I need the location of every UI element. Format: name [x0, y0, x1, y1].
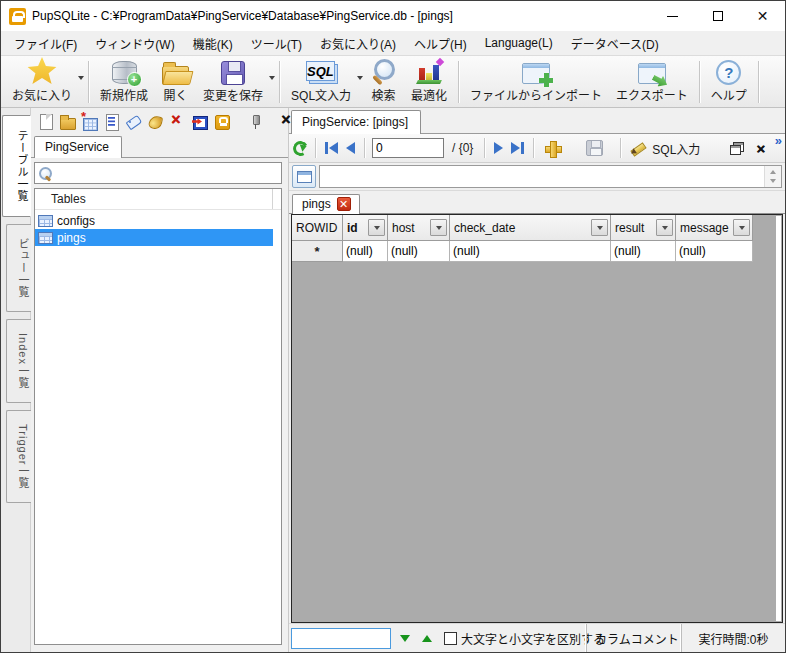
- column-header-ROWID[interactable]: ROWID: [292, 215, 343, 241]
- right-panel: PingService: [pings] / {0} SQL入力: [289, 108, 785, 652]
- next-record-button[interactable]: [492, 140, 505, 156]
- close-view-icon[interactable]: ×: [756, 142, 765, 155]
- toolbar-search-button[interactable]: 検索: [363, 58, 404, 106]
- toolbar-db-button[interactable]: 新規作成: [93, 58, 155, 106]
- column-name: result: [615, 221, 656, 235]
- side-tab-0[interactable]: テーブル一覧: [2, 115, 31, 217]
- close-icon: ✕: [757, 11, 769, 21]
- dropdown-caret-icon: [269, 76, 275, 80]
- menu-item-0[interactable]: ファイル(F): [5, 31, 86, 55]
- toolbar-help-button[interactable]: ヘルプ: [704, 58, 754, 106]
- column-filter-dropdown[interactable]: [733, 219, 750, 236]
- grid-cell[interactable]: (null): [343, 241, 388, 262]
- table-search-row: [31, 158, 288, 187]
- column-filter-dropdown[interactable]: [591, 219, 608, 236]
- tab-database-pingservice[interactable]: PingService: [34, 136, 122, 158]
- filter-combobox-value[interactable]: [320, 166, 764, 187]
- column-header-message[interactable]: message: [676, 215, 753, 241]
- first-record-button[interactable]: [323, 140, 340, 156]
- vertical-scrollbar[interactable]: [776, 216, 781, 621]
- toolbar-label: ファイルからインポート: [470, 86, 602, 103]
- grid-cell[interactable]: (null): [450, 241, 611, 262]
- tag-icon[interactable]: [125, 113, 142, 130]
- properties-list-icon[interactable]: [103, 113, 120, 130]
- toolbar-save-button[interactable]: 変更を保存: [196, 58, 275, 106]
- column-filter-dropdown[interactable]: [430, 219, 447, 236]
- grid-new-row: *(null)(null)(null)(null)(null): [292, 241, 782, 262]
- save-record-icon[interactable]: [586, 140, 603, 156]
- main-area: テーブル一覧ビュー一覧Index一覧Trigger一覧 PingService …: [1, 108, 785, 652]
- separator: [364, 138, 365, 158]
- search-up-icon[interactable]: [422, 635, 432, 642]
- filter-combobox[interactable]: [319, 165, 782, 188]
- sql-icon: [303, 58, 339, 85]
- column-name: message: [680, 221, 733, 235]
- toolbar-opt-button[interactable]: 最適化: [404, 58, 454, 106]
- toolbar-sql-button[interactable]: SQL文入力: [284, 58, 363, 106]
- open-folder-icon[interactable]: [59, 113, 76, 130]
- record-number-input[interactable]: [372, 138, 444, 158]
- toolbar-label: 最適化: [411, 86, 447, 103]
- table-search-box[interactable]: [34, 162, 282, 184]
- delete-icon[interactable]: [169, 113, 186, 130]
- column-filter-dropdown[interactable]: [368, 219, 385, 236]
- toolbar-overflow-icon[interactable]: »: [775, 135, 782, 147]
- close-button[interactable]: ✕: [740, 1, 785, 31]
- spinner-down-button[interactable]: [765, 177, 781, 188]
- pin-icon[interactable]: [247, 113, 264, 130]
- sql-input-button[interactable]: SQL入力: [652, 140, 700, 157]
- grid-search-input[interactable]: [291, 628, 391, 649]
- sql-pencil-icon: [628, 140, 646, 156]
- side-tab-3[interactable]: Trigger一覧: [6, 410, 31, 503]
- menu-item-1[interactable]: ウィンドウ(W): [86, 31, 183, 55]
- side-tab-2[interactable]: Index一覧: [6, 319, 31, 403]
- left-mini-toolbar: [31, 108, 288, 134]
- menu-item-7[interactable]: データベース(D): [562, 31, 668, 55]
- tree-item-configs[interactable]: configs: [35, 212, 273, 229]
- window-list-button[interactable]: [292, 165, 316, 188]
- toolbar-label: SQL文入力: [291, 86, 351, 103]
- toolbar-star-button[interactable]: お気に入り: [5, 58, 84, 106]
- side-tab-1[interactable]: ビュー一覧: [6, 224, 31, 312]
- minimize-button[interactable]: [650, 1, 695, 31]
- column-header-result[interactable]: result: [611, 215, 676, 241]
- grid-cell[interactable]: (null): [611, 241, 676, 262]
- table-search-input[interactable]: [52, 164, 281, 182]
- menu-item-2[interactable]: 機能(K): [184, 31, 242, 55]
- menu-item-5[interactable]: ヘルプ(H): [405, 31, 476, 55]
- case-sensitive-checkbox[interactable]: [444, 632, 457, 645]
- column-header-check_date[interactable]: check_date: [450, 215, 611, 241]
- column-filter-dropdown[interactable]: [656, 219, 673, 236]
- new-document-icon[interactable]: [37, 113, 54, 130]
- toolbar-export-button[interactable]: エクスポート: [609, 58, 695, 106]
- lock-icon[interactable]: [213, 113, 230, 130]
- menu-item-6[interactable]: Language(L): [476, 31, 562, 55]
- refresh-icon[interactable]: [291, 139, 309, 157]
- search-icon: [37, 166, 52, 181]
- add-record-icon[interactable]: [545, 141, 560, 156]
- tab-document-pings[interactable]: PingService: [pings]: [291, 110, 421, 134]
- menu-item-3[interactable]: ツール(T): [242, 31, 311, 55]
- last-record-button[interactable]: [509, 140, 526, 156]
- toolbar-import-button[interactable]: ファイルからインポート: [463, 58, 609, 106]
- tree-header[interactable]: Tables: [35, 189, 281, 210]
- previous-record-button[interactable]: [344, 140, 357, 156]
- search-down-icon[interactable]: [400, 635, 410, 642]
- search-icon: [370, 58, 397, 85]
- goto-window-icon[interactable]: [191, 113, 208, 130]
- horn-icon[interactable]: [147, 113, 164, 130]
- spinner-up-button[interactable]: [765, 166, 781, 177]
- toolbar-folder-button[interactable]: 開く: [155, 58, 196, 106]
- grid-tab-label: pings: [302, 197, 331, 211]
- grid-cell[interactable]: (null): [388, 241, 450, 262]
- column-header-host[interactable]: host: [388, 215, 450, 241]
- column-header-id[interactable]: id: [343, 215, 388, 241]
- tab-close-icon[interactable]: ✕: [337, 197, 351, 211]
- menu-item-4[interactable]: お気に入り(A): [311, 31, 405, 55]
- new-table-icon[interactable]: [81, 113, 98, 130]
- grid-cell[interactable]: (null): [676, 241, 753, 262]
- tree-item-pings[interactable]: pings: [35, 229, 273, 246]
- maximize-button[interactable]: [695, 1, 740, 31]
- float-window-icon[interactable]: [730, 142, 744, 155]
- tab-grid-pings[interactable]: pings ✕: [292, 194, 360, 214]
